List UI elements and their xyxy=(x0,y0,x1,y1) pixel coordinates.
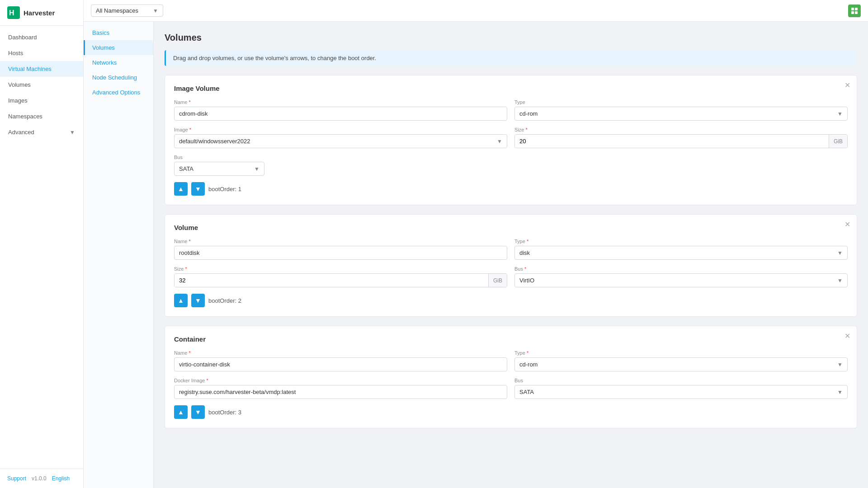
container-docker-image-input[interactable] xyxy=(174,385,507,399)
container-card: Container ✕ Name * Type * cd-rom ▼ xyxy=(165,326,857,428)
namespace-chevron-icon: ▼ xyxy=(153,8,158,14)
volume-card-title: Volume xyxy=(174,224,848,231)
vol-size-required: * xyxy=(185,266,187,272)
image-volume-type-label: Type xyxy=(514,99,848,105)
cont-name-required: * xyxy=(189,350,190,356)
image-volume-boot-label: bootOrder: 1 xyxy=(208,186,241,192)
svg-rect-3 xyxy=(855,11,858,14)
sub-nav-advanced-options[interactable]: Advanced Options xyxy=(84,85,153,100)
container-name-input[interactable] xyxy=(174,357,507,371)
sidebar-footer: Support v1.0.0 English xyxy=(0,469,83,488)
image-volume-type-group: Type cd-rom ▼ xyxy=(514,99,848,121)
container-row-2: Docker Image * Bus SATA ▼ xyxy=(174,378,848,399)
image-volume-type-select[interactable]: cd-rom ▼ xyxy=(514,107,848,121)
container-name-label: Name * xyxy=(174,350,507,356)
sidebar-item-advanced[interactable]: Advanced ▼ xyxy=(0,124,83,140)
container-bus-label: Bus xyxy=(514,378,848,383)
container-close-button[interactable]: ✕ xyxy=(844,333,850,340)
image-volume-size-unit: GiB xyxy=(829,135,847,148)
volume-boot-label: bootOrder: 2 xyxy=(208,297,241,304)
language-selector[interactable]: English xyxy=(52,475,70,482)
cont-docker-required: * xyxy=(207,378,208,383)
vol-name-required: * xyxy=(189,239,190,244)
sidebar-item-namespaces[interactable]: Namespaces xyxy=(0,108,83,124)
volume-type-group: Type * disk ▼ xyxy=(514,239,848,260)
image-volume-image-label: Image * xyxy=(174,127,507,132)
sidebar-item-volumes[interactable]: Volumes xyxy=(0,77,83,93)
image-volume-up-button[interactable]: ▲ xyxy=(174,182,188,196)
name-required-mark: * xyxy=(189,99,190,105)
image-volume-down-button[interactable]: ▼ xyxy=(191,182,205,196)
volume-bus-label: Bus * xyxy=(514,266,848,272)
sidebar-nav: Dashboard Hosts Virtual Machines Volumes… xyxy=(0,26,83,469)
sidebar-item-hosts[interactable]: Hosts xyxy=(0,45,83,61)
image-volume-card: Image Volume ✕ Name * Type cd-rom ▼ xyxy=(165,75,857,205)
sidebar-header: H Harvester xyxy=(0,0,83,26)
top-right-actions xyxy=(848,5,861,17)
container-docker-image-label: Docker Image * xyxy=(174,378,507,383)
vol-bus-required: * xyxy=(524,266,526,272)
volume-down-button[interactable]: ▼ xyxy=(191,294,205,307)
support-link[interactable]: Support xyxy=(7,475,26,482)
image-volume-name-group: Name * xyxy=(174,99,507,121)
volume-name-input[interactable] xyxy=(174,246,507,260)
grid-icon[interactable] xyxy=(848,5,861,17)
size-required-mark: * xyxy=(525,127,527,132)
volume-boot-order-row: ▲ ▼ bootOrder: 2 xyxy=(174,294,848,307)
container-down-button[interactable]: ▼ xyxy=(191,405,205,419)
volume-up-button[interactable]: ▲ xyxy=(174,294,188,307)
advanced-chevron-icon: ▼ xyxy=(70,129,75,136)
volume-bus-select[interactable]: VirtIO ▼ xyxy=(514,273,848,287)
sub-nav-volumes[interactable]: Volumes xyxy=(84,40,153,55)
vol-bus-chevron-icon: ▼ xyxy=(837,277,843,284)
container-name-group: Name * xyxy=(174,350,507,371)
image-volume-bus-group: Bus SATA ▼ xyxy=(174,155,264,176)
container-type-select[interactable]: cd-rom ▼ xyxy=(514,357,848,371)
volume-type-select[interactable]: disk ▼ xyxy=(514,246,848,260)
image-volume-size-label: Size * xyxy=(514,127,848,132)
image-volume-name-input[interactable] xyxy=(174,107,507,121)
cont-type-chevron-icon: ▼ xyxy=(837,361,843,368)
sidebar-item-dashboard[interactable]: Dashboard xyxy=(0,29,83,45)
volume-size-unit: GiB xyxy=(488,274,507,287)
type-chevron-icon: ▼ xyxy=(837,111,843,117)
image-volume-close-button[interactable]: ✕ xyxy=(844,82,850,89)
image-volume-row-3: Bus SATA ▼ xyxy=(174,155,848,176)
volume-size-input[interactable] xyxy=(175,274,488,287)
vol-type-required: * xyxy=(527,239,528,244)
image-volume-image-select[interactable]: default/windowsserver2022 ▼ xyxy=(174,134,507,148)
image-volume-boot-order-row: ▲ ▼ bootOrder: 1 xyxy=(174,182,848,196)
image-volume-size-wrapper: GiB xyxy=(514,134,848,148)
svg-rect-0 xyxy=(851,8,854,10)
image-volume-bus-select[interactable]: SATA ▼ xyxy=(174,162,264,176)
namespace-selector[interactable]: All Namespaces ▼ xyxy=(91,5,163,17)
container-up-button[interactable]: ▲ xyxy=(174,405,188,419)
sidebar-item-images[interactable]: Images xyxy=(0,93,83,108)
top-bar: All Namespaces ▼ xyxy=(84,0,868,22)
main-content: Volumes Drag and drop volumes, or use th… xyxy=(154,22,868,488)
container-boot-order-row: ▲ ▼ bootOrder: 3 xyxy=(174,405,848,419)
page-title: Volumes xyxy=(165,33,857,43)
image-volume-title: Image Volume xyxy=(174,84,848,92)
sub-sidebar: Basics Volumes Networks Node Scheduling … xyxy=(84,22,154,488)
image-volume-name-label: Name * xyxy=(174,99,507,105)
volume-size-label: Size * xyxy=(174,266,507,272)
sub-nav-node-scheduling[interactable]: Node Scheduling xyxy=(84,70,153,85)
volume-type-label: Type * xyxy=(514,239,848,244)
namespace-selected-label: All Namespaces xyxy=(96,7,138,14)
sidebar-item-virtual-machines[interactable]: Virtual Machines xyxy=(0,61,83,77)
sub-nav-basics[interactable]: Basics xyxy=(84,25,153,40)
volume-row-2: Size * GiB Bus * VirtIO ▼ xyxy=(174,266,848,287)
image-required-mark: * xyxy=(189,127,191,132)
image-volume-size-input[interactable] xyxy=(515,135,829,148)
container-bus-select[interactable]: SATA ▼ xyxy=(514,385,848,399)
volume-close-button[interactable]: ✕ xyxy=(844,221,850,228)
volume-card: Volume ✕ Name * Type * disk ▼ xyxy=(165,214,857,317)
svg-rect-1 xyxy=(855,8,858,10)
image-volume-image-group: Image * default/windowsserver2022 ▼ xyxy=(174,127,507,148)
image-volume-row-2: Image * default/windowsserver2022 ▼ Size… xyxy=(174,127,848,148)
volume-name-label: Name * xyxy=(174,239,507,244)
app-logo: H xyxy=(7,6,20,19)
container-bus-group: Bus SATA ▼ xyxy=(514,378,848,399)
sub-nav-networks[interactable]: Networks xyxy=(84,55,153,70)
